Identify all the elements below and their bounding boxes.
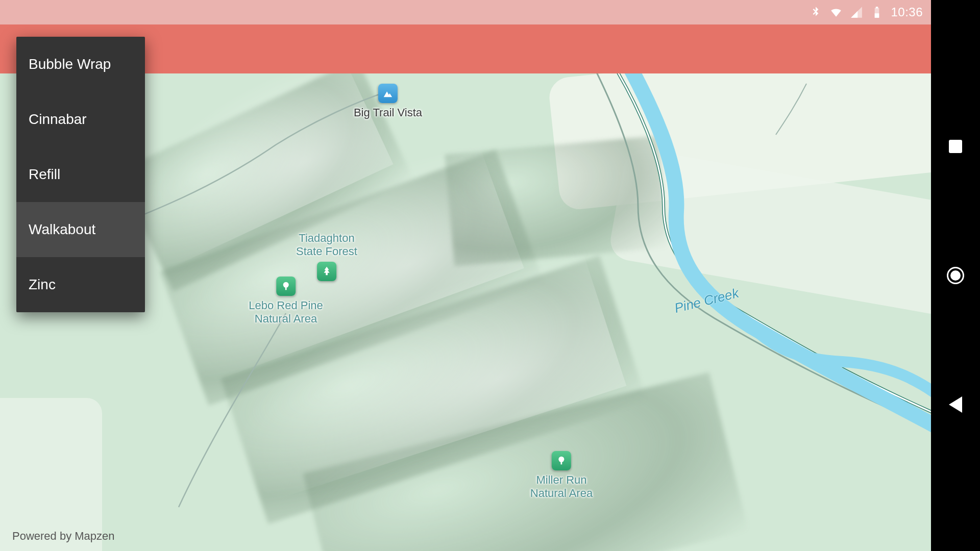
tree-icon: [276, 277, 296, 296]
bluetooth-icon: [809, 6, 822, 19]
svg-rect-4: [285, 287, 287, 290]
dropdown-item-label: Cinnabar: [29, 111, 87, 128]
mountain-icon: [378, 84, 398, 103]
map-attribution: Powered by Mapzen: [12, 530, 115, 543]
dropdown-item-refill[interactable]: Refill: [16, 147, 145, 202]
poi-lebo-red-pine[interactable]: Lebo Red Pine Natural Area: [249, 277, 323, 326]
dropdown-item-label: Refill: [29, 166, 60, 183]
dropdown-item-label: Walkabout: [29, 221, 95, 238]
dropdown-item-cinnabar[interactable]: Cinnabar: [16, 92, 145, 147]
poi-label: Miller Run Natural Area: [530, 473, 593, 500]
svg-rect-1: [875, 13, 879, 18]
poi-label: Lebo Red Pine Natural Area: [249, 299, 323, 326]
app-window: 10:36 Walkabout: [0, 0, 931, 551]
cell-signal-icon: [850, 6, 863, 19]
poi-label: Tiadaghton State Forest: [296, 232, 357, 259]
back-button[interactable]: [946, 395, 965, 414]
tree-icon: [552, 451, 571, 470]
poi-miller-run[interactable]: Miller Run Natural Area: [530, 451, 593, 500]
overview-button[interactable]: [946, 137, 965, 156]
clock: 10:36: [891, 5, 923, 19]
style-dropdown-menu: Bubble Wrap Cinnabar Refill Walkabout Zi…: [16, 37, 145, 312]
dropdown-item-zinc[interactable]: Zinc: [16, 257, 145, 312]
home-button[interactable]: [946, 266, 965, 285]
android-nav-bar: [931, 0, 980, 551]
poi-big-trail-vista[interactable]: Big Trail Vista: [354, 84, 422, 119]
dropdown-item-label: Zinc: [29, 277, 56, 293]
dropdown-item-walkabout[interactable]: Walkabout: [16, 202, 145, 257]
android-status-bar: 10:36: [0, 0, 931, 24]
dropdown-item-bubble-wrap[interactable]: Bubble Wrap: [16, 37, 145, 92]
svg-rect-2: [876, 7, 878, 8]
wifi-icon: [829, 6, 843, 19]
svg-rect-6: [561, 461, 562, 464]
poi-label: Big Trail Vista: [354, 106, 422, 119]
battery-icon: [870, 6, 884, 19]
dropdown-item-label: Bubble Wrap: [29, 56, 111, 72]
